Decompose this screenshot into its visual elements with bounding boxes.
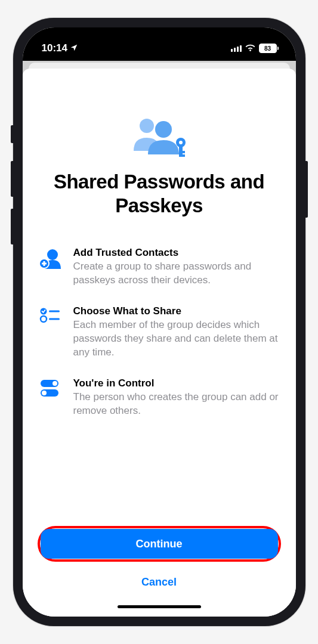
- feature-control: You're in Control The person who creates…: [38, 377, 281, 418]
- svg-rect-14: [49, 318, 60, 320]
- continue-button[interactable]: Continue: [41, 529, 278, 559]
- svg-point-7: [47, 249, 58, 260]
- modal-sheet: Shared Passwords and Passkeys: [23, 69, 296, 617]
- background-sheet: [29, 63, 290, 69]
- svg-point-13: [41, 316, 47, 322]
- feature-choose-share: Choose What to Share Each member of the …: [38, 305, 281, 360]
- checklist-icon: [38, 305, 63, 323]
- feature-description: Each member of the group decides which p…: [73, 318, 281, 360]
- features-list: Add Trusted Contacts Create a group to s…: [35, 247, 284, 526]
- home-indicator[interactable]: [118, 605, 201, 608]
- cancel-button[interactable]: Cancel: [38, 569, 281, 596]
- toggles-icon: [38, 377, 63, 398]
- dynamic-island: [121, 36, 197, 57]
- svg-rect-5: [179, 151, 185, 153]
- svg-rect-12: [49, 311, 60, 312]
- svg-point-0: [140, 119, 154, 133]
- add-contact-icon: [38, 247, 63, 270]
- feature-title: Choose What to Share: [73, 305, 281, 317]
- page-title: Shared Passwords and Passkeys: [35, 170, 284, 217]
- phone-frame: 10:14 83: [13, 18, 305, 626]
- svg-point-18: [42, 391, 47, 395]
- shared-passwords-hero-icon: [35, 116, 284, 158]
- svg-rect-10: [42, 263, 47, 265]
- feature-title: Add Trusted Contacts: [73, 247, 281, 259]
- feature-description: The person who creates the group can add…: [73, 391, 281, 418]
- location-icon: [70, 44, 78, 54]
- feature-add-contacts: Add Trusted Contacts Create a group to s…: [38, 247, 281, 287]
- svg-point-3: [179, 141, 183, 144]
- svg-point-16: [53, 381, 57, 386]
- screen: 10:14 83: [23, 27, 296, 617]
- svg-point-1: [155, 121, 172, 138]
- feature-title: You're in Control: [73, 377, 281, 389]
- status-time: 10:14: [42, 42, 67, 54]
- svg-rect-6: [179, 154, 185, 157]
- battery-icon: 83: [259, 44, 277, 53]
- highlight-annotation: Continue: [38, 526, 281, 562]
- feature-description: Create a group to share passwords and pa…: [73, 260, 281, 287]
- wifi-icon: [245, 42, 255, 54]
- cellular-icon: [231, 45, 242, 52]
